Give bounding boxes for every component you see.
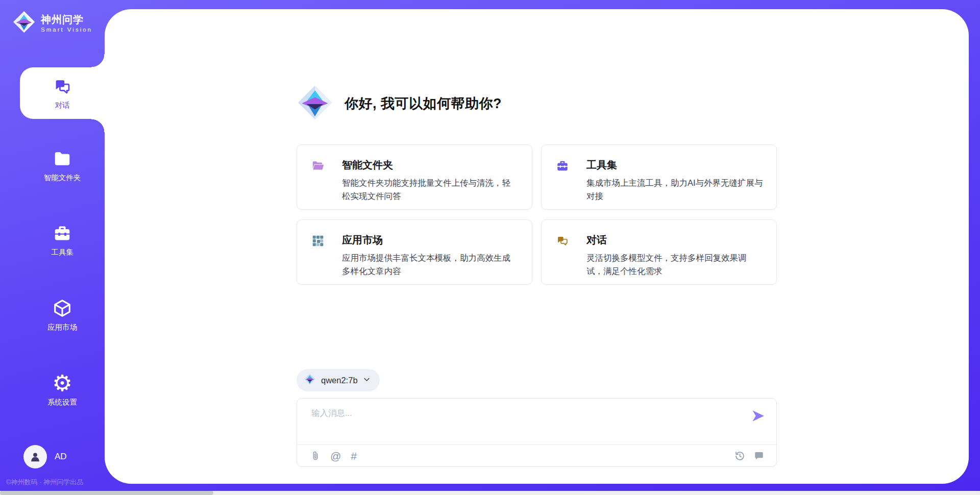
toolbox-icon xyxy=(53,224,72,243)
sidebar-item-label: 应用市场 xyxy=(47,323,77,332)
sidebar-item-label: 智能文件夹 xyxy=(44,173,81,183)
chat-icon xyxy=(556,234,569,247)
avatar xyxy=(23,445,47,468)
sidebar-item-smart-folder[interactable]: 智能文件夹 xyxy=(20,140,105,191)
sidebar-item-label: 系统设置 xyxy=(47,398,77,407)
app-logo: 神州问学 Smart Vision xyxy=(12,10,92,36)
card-title: 智能文件夹 xyxy=(342,158,519,172)
user-initials: AD xyxy=(55,452,67,462)
feature-cards: 智能文件夹 智能文件夹功能支持批量文件上传与清洗，轻松实现文件问答 工具集 集成… xyxy=(297,144,777,285)
card-app-market[interactable]: 应用市场 应用市场提供丰富长文本模板，助力高效生成多样化文章内容 xyxy=(297,219,532,285)
brand-diamond-icon xyxy=(12,10,36,36)
folder-icon xyxy=(53,149,72,168)
card-title: 对话 xyxy=(586,233,763,247)
brand-title: 神州问学 xyxy=(41,14,92,26)
card-chat[interactable]: 对话 灵活切换多模型文件，支持多样回复效果调试，满足个性化需求 xyxy=(541,219,777,285)
model-name: qwen2:7b xyxy=(321,376,358,385)
chat-icon xyxy=(53,77,72,96)
model-selector[interactable]: qwen2:7b xyxy=(297,369,380,391)
sidebar-item-chat[interactable]: 对话 xyxy=(20,67,105,119)
sidebar-item-settings[interactable]: ⚙ 系统设置 xyxy=(20,364,105,416)
feedback-chat-icon[interactable] xyxy=(754,451,764,461)
greeting-block: 你好, 我可以如何帮助你? xyxy=(297,84,777,123)
grid-icon xyxy=(311,234,325,247)
cube-icon xyxy=(53,299,72,318)
main-content: 你好, 我可以如何帮助你? 智能文件夹 智能文件夹功能支持批量文件上传与清洗，轻… xyxy=(297,9,777,467)
toolbox-icon xyxy=(556,159,569,172)
attachment-icon[interactable] xyxy=(310,450,321,461)
user-account[interactable]: AD xyxy=(23,445,67,468)
scrollbar-thumb[interactable] xyxy=(0,491,213,495)
model-diamond-icon xyxy=(304,373,316,387)
card-smart-folder[interactable]: 智能文件夹 智能文件夹功能支持批量文件上传与清洗，轻松实现文件问答 xyxy=(297,144,532,210)
sidebar-item-app-market[interactable]: 应用市场 xyxy=(20,289,105,341)
card-description: 应用市场提供丰富长文本模板，助力高效生成多样化文章内容 xyxy=(342,252,519,278)
card-description: 灵活切换多模型文件，支持多样回复效果调试，满足个性化需求 xyxy=(586,252,763,278)
sidebar: 神州问学 Smart Vision 对话 智能文件夹 工具集 应用市场 xyxy=(0,0,105,495)
copyright-text: ©神州数码 · 神州问学出品 xyxy=(6,478,83,487)
card-description: 智能文件夹功能支持批量文件上传与清洗，轻松实现文件问答 xyxy=(342,177,519,203)
folder-open-icon xyxy=(311,159,325,172)
message-composer: @ # xyxy=(297,398,777,467)
main-panel: 你好, 我可以如何帮助你? 智能文件夹 智能文件夹功能支持批量文件上传与清洗，轻… xyxy=(105,9,969,484)
sidebar-item-label: 工具集 xyxy=(51,247,74,257)
composer-toolbar: @ # xyxy=(310,445,764,466)
assistant-diamond-icon xyxy=(297,84,333,123)
card-toolbox[interactable]: 工具集 集成市场上主流工具，助力AI与外界无缝扩展与对接 xyxy=(541,144,777,210)
gear-icon: ⚙ xyxy=(53,374,72,393)
hashtag-icon[interactable]: # xyxy=(351,451,357,461)
chevron-down-icon xyxy=(363,376,371,385)
sidebar-item-toolbox[interactable]: 工具集 xyxy=(20,214,105,266)
sidebar-item-label: 对话 xyxy=(55,101,70,110)
mention-icon[interactable]: @ xyxy=(330,451,341,461)
message-input[interactable] xyxy=(310,407,731,439)
card-title: 应用市场 xyxy=(342,233,519,247)
brand-subtitle: Smart Vision xyxy=(41,27,92,33)
card-title: 工具集 xyxy=(586,158,763,172)
horizontal-scrollbar[interactable] xyxy=(0,491,980,495)
composer-toolbar-right xyxy=(734,451,764,461)
history-icon[interactable] xyxy=(734,451,745,461)
greeting-title: 你好, 我可以如何帮助你? xyxy=(345,94,502,113)
send-button[interactable] xyxy=(751,409,765,423)
card-description: 集成市场上主流工具，助力AI与外界无缝扩展与对接 xyxy=(586,177,763,203)
